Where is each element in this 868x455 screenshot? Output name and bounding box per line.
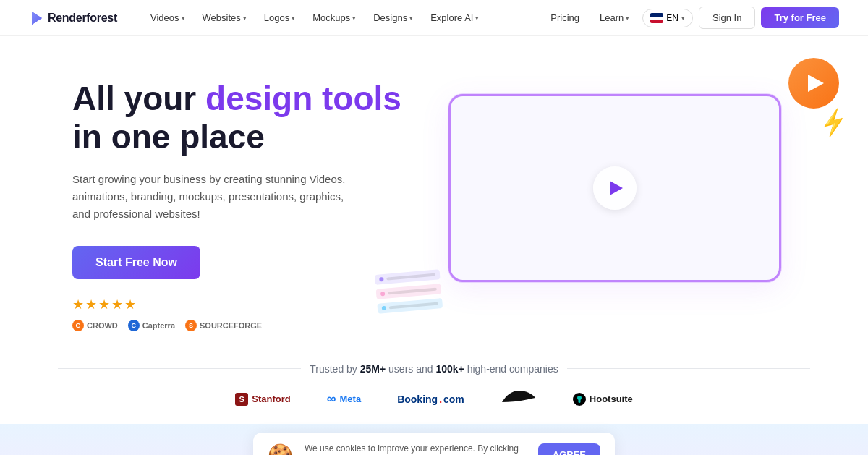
hero-left: All your design tools in one place Start… [72,72,420,331]
cookie-text: We use cookies to improve your experienc… [305,443,527,455]
star-1: ★ [72,297,84,312]
chevron-icon: ▾ [243,14,247,22]
star-3: ★ [98,297,110,312]
hootsuite-icon [573,393,586,406]
video-frame[interactable] [448,94,781,282]
nav-right: Pricing Learn ▾ EN ▾ Sign In Try for Fre… [543,7,839,29]
chevron-icon: ▾ [626,14,629,22]
chevron-icon: ▾ [352,14,356,22]
review-crowd[interactable]: G CROWD [72,320,118,331]
star-5: ★ [124,297,136,312]
booking-logo: Booking.com [397,394,464,405]
nav-item-mockups[interactable]: Mockups ▾ [305,8,363,27]
play-button[interactable] [593,166,637,210]
hootsuite-logo: Hootsuite [573,393,633,406]
cookie-banner: 🍪 We use cookies to improve your experie… [253,433,615,455]
star-2: ★ [85,297,97,312]
chevron-icon: ▾ [182,14,185,22]
review-capterra[interactable]: C Capterra [128,320,175,331]
start-free-button[interactable]: Start Free Now [72,246,200,279]
tryfree-button[interactable]: Try for Free [761,7,839,28]
stanford-icon: S [235,393,248,406]
divider-left [58,368,301,369]
review-logos: G CROWD C Capterra S SOURCEFORGE [72,320,420,331]
capterra-icon: C [128,320,140,331]
deco-play-circle [788,58,839,109]
hero-headline: All your design tools in one place [72,80,420,156]
cookie-section: 🍪 We use cookies to improve your experie… [0,424,868,455]
trusted-text: Trusted by 25M+ users and 100k+ high-end… [310,363,558,375]
nav-links: Videos ▾ Websites ▾ Logos ▾ Mockups ▾ De… [143,8,543,27]
trusted-divider: Trusted by 25M+ users and 100k+ high-end… [58,363,810,375]
signin-button[interactable]: Sign In [699,7,755,29]
logo-text: Renderforest [48,12,117,25]
svg-marker-1 [32,12,42,25]
deco-card-2 [376,284,442,299]
logo-icon [29,10,45,26]
meta-icon: ∞ [327,391,336,407]
nav-item-explore-ai[interactable]: Explore AI ▾ [423,8,486,27]
pricing-link[interactable]: Pricing [543,8,587,27]
chevron-icon: ▾ [409,14,413,22]
agree-button[interactable]: AGREE [538,443,600,455]
nike-logo [501,389,537,409]
deco-cards [375,269,443,314]
star-4: ★ [111,297,123,312]
hero-section: All your design tools in one place Start… [0,36,868,353]
play-triangle-icon [610,181,623,195]
navbar: Renderforest Videos ▾ Websites ▾ Logos ▾… [0,0,868,36]
logo[interactable]: Renderforest [29,10,117,26]
flag-icon [650,13,663,23]
nav-item-websites[interactable]: Websites ▾ [195,8,254,27]
review-sourceforge[interactable]: S SOURCEFORGE [185,320,262,331]
stanford-logo: S Stanford [235,393,290,406]
svg-rect-3 [578,399,580,403]
hero-subtext: Start growing your business by creating … [72,171,347,223]
chevron-icon: ▾ [475,14,479,22]
learn-link[interactable]: Learn ▾ [592,8,637,27]
language-selector[interactable]: EN ▾ [642,9,693,27]
divider-right [567,368,810,369]
nav-item-designs[interactable]: Designs ▾ [366,8,420,27]
hero-right: ⚡ [420,72,810,304]
nav-item-logos[interactable]: Logos ▾ [257,8,302,27]
sf-icon: S [185,320,197,331]
play-triangle-icon [808,75,824,92]
meta-logo: ∞ Meta [327,391,361,407]
cookie-icon: 🍪 [268,443,293,455]
chevron-icon: ▾ [681,14,685,22]
company-logos: S Stanford ∞ Meta Booking.com Hootsuite [58,389,810,409]
nav-item-videos[interactable]: Videos ▾ [143,8,192,27]
crowd-icon: G [72,320,84,331]
trusted-section: Trusted by 25M+ users and 100k+ high-end… [0,353,868,424]
chevron-icon: ▾ [292,14,295,22]
stars-row: ★ ★ ★ ★ ★ [72,297,420,312]
